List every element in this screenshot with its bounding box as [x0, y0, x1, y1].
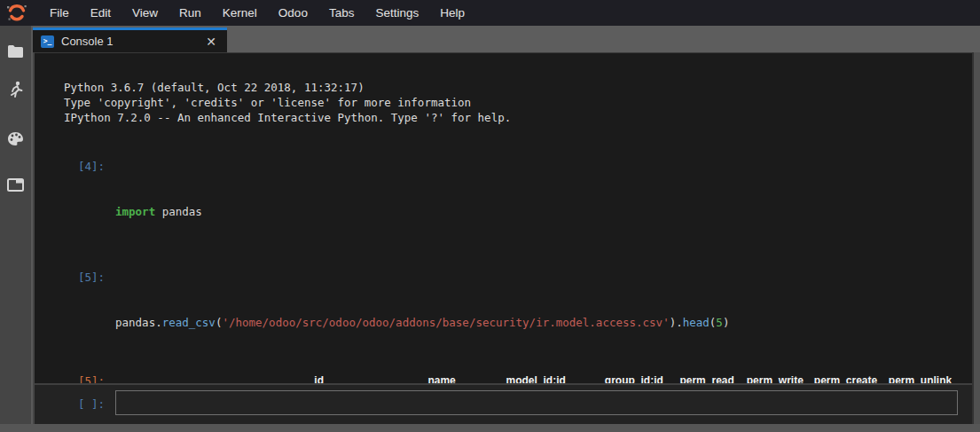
code-token-keyword: import [115, 205, 155, 218]
code-token-plain: ). [670, 316, 683, 329]
column-header: perm_write [740, 371, 809, 383]
menu-item-help[interactable]: Help [429, 0, 475, 26]
dataframe-header-row: idnamemodel_id:idgroup_id:idperm_readper… [86, 371, 957, 383]
banner-line: Python 3.6.7 (default, Oct 22 2018, 11:3… [64, 80, 972, 95]
menu-item-kernel[interactable]: Kernel [212, 0, 268, 26]
dataframe-table: idnamemodel_id:idgroup_id:idperm_readper… [86, 371, 957, 383]
left-sidebar [0, 26, 33, 432]
output-area: [5]: idnamemodel_id:idgroup_id:idperm_re… [35, 371, 972, 383]
console-icon: >_ [41, 35, 54, 48]
console-input-area: [ ]: [35, 385, 972, 424]
pending-input-prompt: [ ]: [35, 397, 105, 412]
column-header: model_id:id [461, 371, 571, 383]
column-header: perm_create [809, 371, 882, 383]
code-token-number: 5 [716, 316, 723, 329]
menu-item-settings[interactable]: Settings [365, 0, 429, 26]
code-token-plain: pandas. [115, 316, 162, 329]
odoo-logo-icon [6, 3, 27, 24]
file-browser-icon[interactable] [0, 40, 31, 63]
code-line-4: import pandas [115, 204, 972, 219]
console-code-input[interactable] [115, 390, 958, 415]
code-token-string: '/home/odoo/src/odoo/odoo/addons/base/se… [222, 316, 669, 329]
tab-label: Console 1 [61, 35, 202, 48]
banner-line: Type 'copyright', 'credits' or 'license'… [64, 95, 972, 110]
tab-bar: >_ Console 1 ✕ [0, 26, 980, 52]
menu-item-odoo[interactable]: Odoo [268, 0, 318, 26]
code-token-plain: ) [723, 316, 730, 329]
column-header: perm_unlink [882, 371, 957, 383]
code-cell-5: [5]: pandas.read_csv('/home/odoo/src/odo… [35, 270, 972, 360]
dataframe-header: idnamemodel_id:idgroup_id:idperm_readper… [86, 371, 957, 383]
menu-item-file[interactable]: File [39, 0, 80, 26]
menu-item-run[interactable]: Run [169, 0, 212, 26]
running-sessions-icon[interactable] [0, 78, 31, 101]
menu-item-tabs[interactable]: Tabs [318, 0, 365, 26]
column-header: perm_read [669, 371, 740, 383]
top-menu-bar: FileEditViewRunKernelOdooTabsSettingsHel… [0, 0, 980, 26]
menu-item-view[interactable]: View [122, 0, 169, 26]
code-cell-4: [4]: import pandas [35, 159, 972, 249]
column-header: group_id:id [571, 371, 669, 383]
close-icon[interactable]: ✕ [202, 34, 220, 50]
console-content: Python 3.6.7 (default, Oct 22 2018, 11:3… [35, 53, 972, 383]
tab-console-1[interactable]: >_ Console 1 ✕ [33, 27, 227, 52]
code-token-plain: pandas [155, 205, 202, 218]
command-palette-icon[interactable] [0, 127, 31, 150]
open-tabs-icon[interactable] [0, 173, 31, 196]
menu-items: FileEditViewRunKernelOdooTabsSettingsHel… [33, 0, 475, 26]
python-banner: Python 3.6.7 (default, Oct 22 2018, 11:3… [64, 80, 972, 125]
code-token-function: read_csv [162, 316, 216, 329]
column-header: name [329, 371, 461, 383]
column-header: id [107, 371, 329, 383]
console-panel: Python 3.6.7 (default, Oct 22 2018, 11:3… [35, 52, 972, 424]
odoo-logo [0, 0, 33, 26]
input-prompt-4: [4]: [35, 159, 105, 174]
bottom-edge-strip [0, 424, 980, 432]
right-edge-strip [972, 52, 980, 424]
code-token-function: head [683, 316, 710, 329]
input-prompt-5: [5]: [35, 270, 105, 285]
code-line-5: pandas.read_csv('/home/odoo/src/odoo/odo… [115, 315, 972, 330]
output-prompt-5: [5]: [35, 373, 105, 383]
banner-line: IPython 7.2.0 -- An enhanced Interactive… [64, 110, 972, 125]
menu-item-edit[interactable]: Edit [80, 0, 122, 26]
